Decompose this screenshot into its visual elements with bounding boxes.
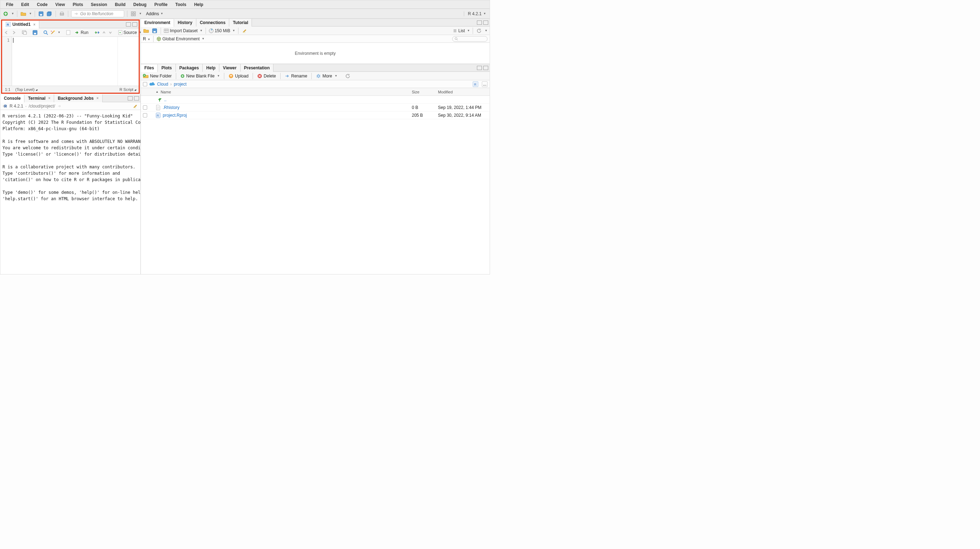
menu-edit[interactable]: Edit (18, 1, 33, 8)
tab-terminal[interactable]: Terminal× (24, 94, 54, 102)
rerun-icon[interactable] (94, 29, 100, 36)
console-output[interactable]: R version 4.2.1 (2022-06-23) -- "Funny-L… (0, 110, 140, 274)
save-workspace-icon[interactable] (151, 28, 158, 34)
console-pane: Console Terminal× Background Jobs× R R 4… (0, 94, 140, 274)
env-scope-selector[interactable]: Global Environment▼ (156, 37, 205, 41)
open-file-icon[interactable] (20, 11, 27, 17)
tab-background-jobs[interactable]: Background Jobs× (54, 94, 102, 102)
clear-objects-icon[interactable] (241, 28, 248, 34)
menu-profile[interactable]: Profile (151, 1, 171, 8)
tab-viewer[interactable]: Viewer (220, 64, 240, 72)
file-type-selector[interactable]: R Script ▴▾ (119, 88, 136, 92)
tab-files[interactable]: Files (141, 64, 158, 72)
env-search[interactable] (452, 36, 487, 42)
col-header-modified[interactable]: Modified (437, 88, 490, 95)
r-project-icon[interactable]: R (473, 81, 478, 87)
minimize-pane-icon[interactable] (477, 21, 482, 25)
menu-file[interactable]: File (3, 1, 17, 8)
menu-plots[interactable]: Plots (69, 1, 86, 8)
dropdown-icon[interactable]: ▼ (58, 31, 60, 34)
close-tab-icon[interactable]: × (97, 96, 99, 100)
breadcrumb-cloud[interactable]: Cloud (157, 82, 168, 87)
close-tab-icon[interactable]: × (33, 23, 35, 27)
close-tab-icon[interactable]: × (48, 96, 50, 100)
load-workspace-icon[interactable] (143, 28, 149, 34)
import-dataset-button[interactable]: Import Dataset▼ (164, 28, 203, 33)
goto-file-function[interactable]: Go to file/function (71, 10, 124, 18)
delete-button[interactable]: Delete (257, 73, 276, 78)
save-all-icon[interactable] (46, 11, 53, 17)
tab-plots[interactable]: Plots (158, 64, 175, 72)
breadcrumb-project[interactable]: project (174, 82, 186, 87)
goto-dir-icon[interactable] (57, 104, 62, 108)
tab-console[interactable]: Console (0, 95, 24, 103)
tab-help[interactable]: Help (203, 64, 220, 72)
tab-connections[interactable]: Connections (196, 19, 230, 27)
maximize-pane-icon[interactable] (132, 22, 137, 27)
files-path-menu[interactable]: ... (482, 81, 487, 87)
maximize-pane-icon[interactable] (483, 21, 488, 25)
source-tab-untitled1[interactable]: R Untitled1 × (2, 21, 39, 29)
menu-session[interactable]: Session (88, 1, 111, 8)
go-to-next-section-icon[interactable] (108, 29, 113, 36)
file-name-link[interactable]: .Rhistory (163, 105, 179, 110)
file-checkbox[interactable] (143, 105, 147, 110)
minimize-pane-icon[interactable] (128, 96, 133, 100)
new-file-icon[interactable] (3, 11, 9, 17)
forward-icon[interactable] (11, 29, 16, 36)
maximize-pane-icon[interactable] (483, 66, 488, 70)
menu-code[interactable]: Code (33, 1, 51, 8)
code-tools-icon[interactable] (50, 29, 55, 36)
file-checkbox[interactable] (143, 113, 147, 118)
file-name-link[interactable]: project.Rproj (163, 113, 187, 118)
menu-build[interactable]: Build (111, 1, 129, 8)
refresh-icon[interactable] (345, 73, 351, 79)
save-icon[interactable] (38, 11, 44, 17)
new-folder-button[interactable]: New Folder (143, 73, 172, 78)
back-icon[interactable] (4, 29, 9, 36)
addins-button[interactable]: Addins ▼ (146, 11, 164, 16)
scope-selector[interactable]: (Top Level) ▴▾ (15, 88, 37, 92)
tab-tutorial[interactable]: Tutorial (229, 19, 252, 27)
console-working-dir[interactable]: /cloud/project/ (29, 103, 55, 108)
memory-usage-button[interactable]: 150 MiB▼ (209, 28, 235, 33)
tab-presentation[interactable]: Presentation (240, 64, 274, 72)
tab-environment[interactable]: Environment (141, 19, 174, 27)
menu-view[interactable]: View (52, 1, 68, 8)
select-all-checkbox[interactable] (143, 82, 147, 86)
dropdown-icon[interactable]: ▼ (29, 12, 32, 15)
new-blank-file-button[interactable]: New Blank File▼ (180, 73, 220, 78)
minimize-pane-icon[interactable] (477, 66, 482, 70)
go-to-prev-section-icon[interactable] (102, 29, 106, 36)
save-icon[interactable] (33, 29, 38, 36)
env-view-mode[interactable]: List▼ (453, 28, 470, 33)
rename-button[interactable]: Rename (285, 73, 307, 78)
env-language-selector[interactable]: R ▼ (143, 37, 150, 41)
menu-help[interactable]: Help (191, 1, 207, 8)
col-header-size[interactable]: Size (412, 88, 437, 95)
workspace-panes-icon[interactable] (130, 11, 137, 17)
source-button[interactable]: Source▼ (118, 30, 142, 35)
clear-console-icon[interactable] (132, 103, 138, 109)
col-header-name[interactable]: ▲Name (149, 88, 412, 95)
find-replace-icon[interactable] (43, 29, 48, 36)
dropdown-icon[interactable]: ▼ (139, 12, 142, 15)
more-button[interactable]: More▼ (316, 73, 337, 78)
menu-tools[interactable]: Tools (172, 1, 190, 8)
code-editor[interactable]: 1 (2, 37, 139, 86)
minimize-pane-icon[interactable] (126, 22, 131, 27)
r-version-selector[interactable]: R 4.2.1▼ (464, 11, 486, 16)
compile-report-icon[interactable] (66, 29, 70, 36)
dropdown-icon[interactable]: ▼ (11, 12, 14, 15)
menu-debug[interactable]: Debug (130, 1, 150, 8)
tab-history[interactable]: History (174, 19, 196, 27)
print-icon[interactable] (59, 11, 65, 17)
tab-packages[interactable]: Packages (176, 64, 203, 72)
show-in-new-window-icon[interactable] (22, 29, 27, 36)
refresh-icon[interactable] (476, 28, 482, 34)
dropdown-icon[interactable]: ▼ (485, 29, 487, 32)
file-row-up[interactable]: .. (141, 96, 490, 103)
maximize-pane-icon[interactable] (134, 96, 139, 100)
run-button[interactable]: Run (75, 30, 88, 35)
upload-button[interactable]: Upload (229, 73, 248, 78)
